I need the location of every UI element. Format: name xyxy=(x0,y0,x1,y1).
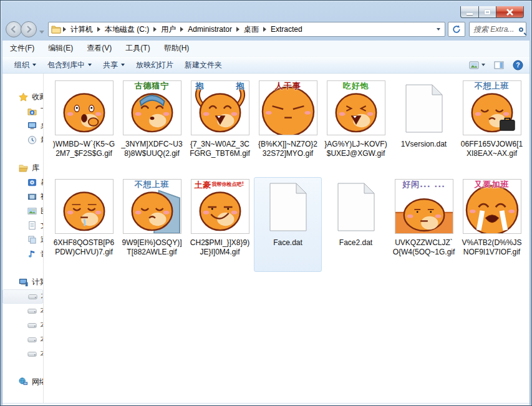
recent-icon xyxy=(27,135,37,145)
sidebar-section-收藏夹[interactable]: 收藏夹 xyxy=(2,90,43,104)
breadcrumb-arrow-icon[interactable] xyxy=(263,27,266,32)
chevron-down-icon xyxy=(121,64,125,66)
file-thumbnail: 不想上班 xyxy=(120,179,184,235)
file-item[interactable]: 6XHF8QOSTB[P6PDW)CHVU)7.gif xyxy=(50,177,118,272)
sidebar-item[interactable]: 本地磁盘 (F:) xyxy=(2,332,43,347)
breadcrumb-item[interactable]: 用户 xyxy=(158,23,178,36)
refresh-button[interactable] xyxy=(448,22,465,37)
toolbar-button[interactable]: 包含到库中 xyxy=(42,57,97,73)
toolbar-button-label: 包含到库中 xyxy=(47,60,85,70)
sidebar-item[interactable]: 本地磁盘 (E:) xyxy=(2,318,43,332)
forward-button[interactable] xyxy=(21,21,37,37)
file-item[interactable]: 又要加班V%ATB2(D%%JSNOF9I1V7IOF.gif xyxy=(458,177,526,272)
sidebar-item[interactable]: 下载 xyxy=(2,104,43,118)
toolbar-button-label: 放映幻灯片 xyxy=(136,60,173,70)
libraries-icon xyxy=(19,163,28,173)
file-item[interactable]: 不想上班06FF165VJOW6[1XI8EAX~AX.gif xyxy=(458,79,526,173)
file-thumbnail xyxy=(52,179,116,235)
thumbnail-caption-text: 好闲... ... xyxy=(397,180,452,189)
chevron-down-icon xyxy=(481,64,485,66)
preview-pane-icon xyxy=(494,60,504,70)
minimize-button[interactable] xyxy=(460,6,479,18)
file-item[interactable]: 人干事{B%KX]]~NZ7O}232S72]MYO.gif xyxy=(254,79,322,173)
menu-item[interactable]: 编辑(E) xyxy=(48,43,73,54)
file-thumbnail: 吃好饱 xyxy=(324,80,388,137)
sidebar-item[interactable]: 音乐 xyxy=(2,247,43,261)
menu-item[interactable]: 文件(F) xyxy=(10,43,34,54)
sidebar-section-网络[interactable]: 网络 xyxy=(2,375,43,389)
breadcrumb-item[interactable]: 计算机 xyxy=(68,23,95,36)
navigation-bar: 计算机本地磁盘 (C:)用户Administrator桌面Extracted xyxy=(1,19,531,41)
thumbnail-caption-text: 土豪我帮你检点吧! xyxy=(193,180,248,190)
file-item[interactable]: 好闲... ...UVKQZZWCLJZ`O{W4(5OQ~1G.gif xyxy=(390,177,458,272)
maximize-button[interactable] xyxy=(479,6,496,18)
help-icon: ? xyxy=(513,60,523,70)
search-box[interactable] xyxy=(469,22,526,37)
file-thumbnail: 土豪我帮你检点吧! xyxy=(188,179,252,235)
breadcrumb-arrow-icon[interactable] xyxy=(63,27,66,32)
menu-item[interactable]: 查看(V) xyxy=(87,43,112,54)
breadcrumb-arrow-icon[interactable] xyxy=(236,27,239,32)
sidebar-item[interactable]: 本地磁盘 (C:) xyxy=(2,289,43,304)
breadcrumb-arrow-icon[interactable] xyxy=(180,27,183,32)
file-item[interactable]: 土豪我帮你检点吧!CH2$PMI_}]X8}9)JE}I]0M4.gif xyxy=(186,177,254,272)
file-name: 6XHF8QOSTB[P6PDW)CHVU)7.gif xyxy=(52,238,116,257)
file-thumbnail: 人干事 xyxy=(256,80,320,137)
sidebar-section-计算机[interactable]: 计算机 xyxy=(2,275,43,289)
close-button[interactable] xyxy=(496,6,524,18)
views-icon xyxy=(469,60,479,70)
sidebar-item[interactable]: 桌面 xyxy=(2,118,43,133)
window-controls xyxy=(460,6,524,18)
sidebar-item[interactable]: 视频 xyxy=(2,190,43,204)
sidebar-item[interactable]: 暴风影视库 xyxy=(2,175,43,190)
menu-item[interactable]: 工具(T) xyxy=(125,43,150,54)
toolbar-right-icons: ? xyxy=(469,60,523,70)
menu-item[interactable]: 帮助(H) xyxy=(164,43,190,54)
sidebar-item[interactable]: 文档 xyxy=(2,218,43,233)
file-name: 9W9[EI%}OSQY)]T[882AWLE.gif xyxy=(120,238,184,257)
file-thumbnail: 好闲... ... xyxy=(392,179,456,235)
sidebar-item-label: 本地磁盘 (F:) xyxy=(41,334,43,345)
sidebar-item[interactable]: 本地磁盘 (G:) xyxy=(2,347,43,361)
file-item[interactable]: )WMBD~W`{K5~G2M7_$F2S$G.gif xyxy=(50,79,118,173)
breadcrumb-arrow-icon[interactable] xyxy=(153,27,157,32)
toolbar-button[interactable]: 放映幻灯片 xyxy=(130,57,179,73)
toolbar-button[interactable]: 组织 xyxy=(9,57,42,73)
sidebar-item[interactable]: 本地磁盘 (D:) xyxy=(2,304,43,318)
back-button[interactable] xyxy=(6,21,22,37)
sidebar-item[interactable]: 最近访问的位置 xyxy=(2,133,43,147)
file-item[interactable]: 抱抱{7_3N~W0AZ_3CFGRG_TBT6M.gif xyxy=(186,79,254,173)
recent-pages-dropdown[interactable] xyxy=(39,31,44,34)
preview-pane-button[interactable] xyxy=(494,60,504,70)
gif-thumbnail-image xyxy=(55,80,114,135)
breadcrumb-item[interactable]: Extracted xyxy=(268,24,305,35)
sidebar-section-库[interactable]: 库 xyxy=(2,161,43,175)
help-button[interactable]: ? xyxy=(513,60,523,70)
file-item[interactable]: 吃好饱}AG%Y)LJ~KOVF)$UXEJ@XGW.gif xyxy=(322,79,390,173)
desktop-icon xyxy=(27,121,37,130)
address-history-dropdown[interactable] xyxy=(433,28,443,31)
command-bar: 组织包含到库中共享放映幻灯片新建文件夹 xyxy=(2,56,530,74)
breadcrumb-item[interactable]: Administrator xyxy=(185,24,235,35)
sidebar-item-label: 本地磁盘 (D:) xyxy=(41,306,43,316)
file-item[interactable]: 古德猫宁_3NYM]XDFC~U38)8W$UUQ(2.gif xyxy=(118,79,186,173)
toolbar-button[interactable]: 新建文件夹 xyxy=(179,57,228,73)
toolbar-button[interactable]: 共享 xyxy=(97,57,130,73)
thumbnail-caption-text: 人干事 xyxy=(261,81,316,90)
file-item[interactable]: 不想上班9W9[EI%}OSQY)]T[882AWLE.gif xyxy=(118,177,186,272)
file-thumbnail xyxy=(52,80,116,137)
change-view-button[interactable] xyxy=(469,60,485,70)
breadcrumb-arrow-icon[interactable] xyxy=(97,27,100,32)
address-bar[interactable]: 计算机本地磁盘 (C:)用户Administrator桌面Extracted xyxy=(48,22,445,37)
sidebar-item[interactable]: 图片 xyxy=(2,204,43,218)
file-item[interactable]: Face2.dat xyxy=(322,177,390,272)
file-item[interactable]: 1Vsersion.dat xyxy=(390,79,458,173)
breadcrumb-item[interactable]: 本地磁盘 (C:) xyxy=(102,23,152,36)
toolbar-button-label: 共享 xyxy=(103,60,118,70)
breadcrumb-item[interactable]: 桌面 xyxy=(241,23,261,36)
search-input[interactable] xyxy=(472,24,519,34)
search-icon xyxy=(519,27,523,32)
sidebar-item[interactable]: 迅雷下载 xyxy=(2,233,43,247)
file-item[interactable]: Face.dat xyxy=(254,177,322,272)
gif-thumbnail-image: 吃好饱 xyxy=(327,80,385,135)
